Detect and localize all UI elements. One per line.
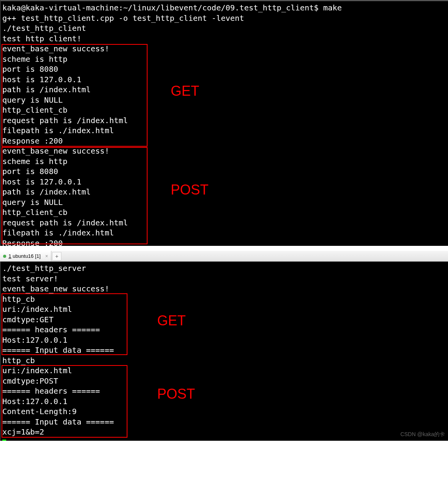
tab-close-icon[interactable]: × (45, 254, 48, 259)
watermark: CSDN @kaka的卡 (400, 429, 445, 440)
output-line: Host:127.0.0.1 (2, 396, 446, 407)
output-line: event_base_new success! (2, 284, 446, 294)
output-line: Response :200 (2, 136, 446, 146)
output-line: g++ test_http_client.cpp -o test_http_cl… (2, 13, 446, 24)
terminal-server[interactable]: ./test_http_server test server! event_ba… (0, 262, 448, 441)
tab-ubuntu16[interactable]: 1 ubuntu16 [1] × (0, 251, 51, 261)
output-line: ./test_http_server (2, 263, 446, 274)
output-line: test http client! (2, 34, 446, 44)
output-line: path is /index.html (2, 85, 446, 95)
tab-label: 1 ubuntu16 [1] (8, 253, 41, 259)
output-line: query is NULL (2, 197, 446, 208)
output-line: http_cb (2, 294, 446, 305)
output-line: ====== headers ====== (2, 386, 446, 396)
cursor (2, 437, 446, 441)
output-line: Host:127.0.0.1 (2, 335, 446, 345)
output-line: xcj=1&b=2 (2, 427, 446, 437)
output-line: cmdtype:GET (2, 315, 446, 325)
output-line: ./test_http_client (2, 23, 446, 34)
output-line: request path is /index.html (2, 115, 446, 126)
output-line: Content-Length:9 (2, 406, 446, 417)
status-dot-icon (3, 255, 6, 258)
output-line: port is 8080 (2, 64, 446, 74)
output-line: http_cb (2, 355, 446, 366)
output-line: ====== Input data ====== (2, 345, 446, 355)
output-line: uri:/index.html (2, 304, 446, 315)
output-line: ====== Input data ====== (2, 417, 446, 427)
output-line: filepath is ./index.html (2, 125, 446, 136)
output-line: Response :200 (2, 238, 446, 249)
output-line: test server! (2, 274, 446, 284)
prompt-line: kaka@kaka-virtual-machine:~/linux/libeve… (2, 3, 446, 13)
shell-command: make (323, 3, 342, 12)
output-line: event_base_new success! (2, 146, 446, 156)
shell-prompt: kaka@kaka-virtual-machine:~/linux/libeve… (2, 3, 323, 12)
output-line: filepath is ./index.html (2, 228, 446, 238)
output-line: path is /index.html (2, 187, 446, 197)
output-line: host is 127.0.0.1 (2, 177, 446, 187)
output-line: host is 127.0.0.1 (2, 74, 446, 85)
terminal-client[interactable]: kaka@kaka-virtual-machine:~/linux/libeve… (0, 0, 448, 246)
output-line: port is 8080 (2, 166, 446, 177)
output-line: ====== headers ====== (2, 325, 446, 335)
tab-add-button[interactable]: + (52, 252, 61, 261)
output-line: query is NULL (2, 95, 446, 105)
output-line: http_client_cb (2, 207, 446, 218)
tab-bar: 1 ubuntu16 [1] × + (0, 251, 448, 262)
output-line: http_client_cb (2, 105, 446, 115)
output-line: event_base_new success! (2, 44, 446, 54)
output-line: scheme is http (2, 156, 446, 167)
output-line: request path is /index.html (2, 218, 446, 228)
output-line: cmdtype:POST (2, 376, 446, 386)
output-line: scheme is http (2, 54, 446, 64)
output-line: uri:/index.html (2, 365, 446, 376)
